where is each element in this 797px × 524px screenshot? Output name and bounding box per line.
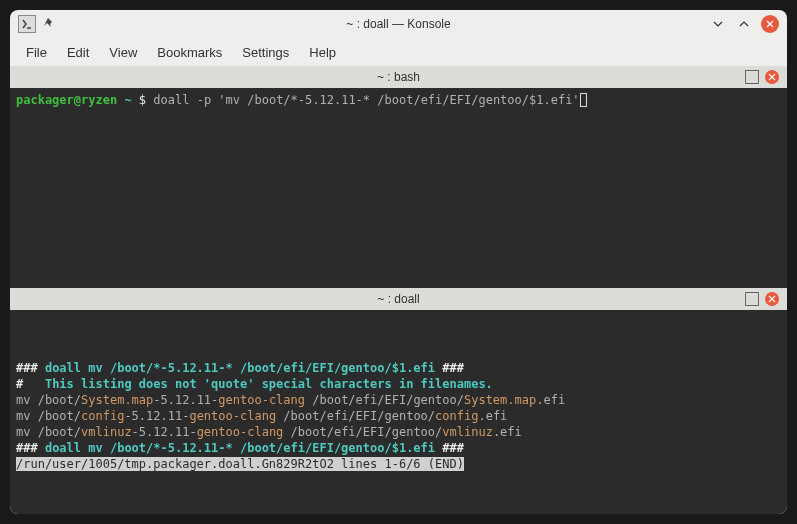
bottom-terminal[interactable]: ### doall mv /boot/*-5.12.11-* /boot/efi… (10, 310, 787, 514)
menu-bookmarks[interactable]: Bookmarks (157, 45, 222, 60)
close-pane-button[interactable] (765, 70, 779, 84)
menu-file[interactable]: File (26, 45, 47, 60)
top-pane-header: ~ : bash (10, 66, 787, 88)
command-text: doall -p 'mv /boot/*-5.12.11-* /boot/efi… (153, 93, 579, 107)
konsole-window: ~ : doall — Konsole File Edit View Bookm… (10, 10, 787, 514)
bottom-pane-title: ~ : doall (10, 292, 787, 306)
menu-view[interactable]: View (109, 45, 137, 60)
bottom-pane-header: ~ : doall (10, 288, 787, 310)
app-icon (18, 15, 36, 33)
mv-line: mv /boot/vmlinuz-5.12.11-gentoo-clang /b… (16, 424, 781, 440)
window-title: ~ : doall — Konsole (10, 17, 787, 31)
maximize-pane-icon[interactable] (745, 292, 759, 306)
cursor-icon (580, 93, 587, 107)
doall-note-line: # This listing does not 'quote' special … (16, 376, 781, 392)
menu-edit[interactable]: Edit (67, 45, 89, 60)
top-pane-title: ~ : bash (10, 70, 787, 84)
doall-footer-line: ### doall mv /boot/*-5.12.11-* /boot/efi… (16, 440, 781, 456)
maximize-pane-icon[interactable] (745, 70, 759, 84)
top-terminal[interactable]: packager@ryzen ~ $ doall -p 'mv /boot/*-… (10, 88, 787, 288)
doall-header-line: ### doall mv /boot/*-5.12.11-* /boot/efi… (16, 360, 781, 376)
split-container: ~ : bash packager@ryzen ~ $ doall -p 'mv… (10, 66, 787, 514)
pin-icon[interactable] (42, 17, 56, 31)
prompt-symbol: $ (139, 93, 146, 107)
menu-bar: File Edit View Bookmarks Settings Help (10, 38, 787, 66)
close-pane-button[interactable] (765, 292, 779, 306)
close-button[interactable] (761, 15, 779, 33)
prompt-userhost: packager@ryzen (16, 93, 117, 107)
pager-status: /run/user/1005/tmp.packager.doall.Gn829R… (16, 457, 464, 471)
maximize-button[interactable] (735, 15, 753, 33)
mv-line: mv /boot/System.map-5.12.11-gentoo-clang… (16, 392, 781, 408)
prompt-path: ~ (124, 93, 131, 107)
mv-line: mv /boot/config-5.12.11-gentoo-clang /bo… (16, 408, 781, 424)
menu-settings[interactable]: Settings (242, 45, 289, 60)
menu-help[interactable]: Help (309, 45, 336, 60)
window-titlebar: ~ : doall — Konsole (10, 10, 787, 38)
minimize-button[interactable] (709, 15, 727, 33)
